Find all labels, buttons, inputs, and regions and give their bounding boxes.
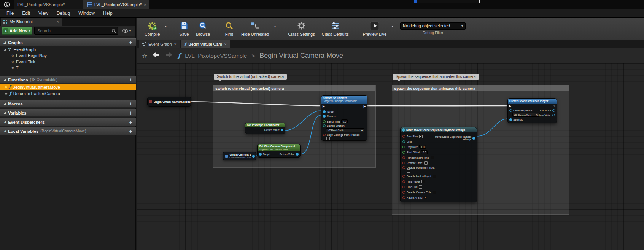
expand-arrow-icon[interactable]: ◢ — [3, 102, 6, 105]
add-graph-button[interactable]: + — [129, 40, 132, 45]
disable-look-at-input-checkbox[interactable] — [433, 175, 436, 178]
pin-return-value[interactable]: Return Value — [536, 114, 555, 116]
blend-function-dropdown[interactable]: VTBlend Cubic ▾ — [326, 128, 364, 132]
browse-button[interactable]: Browse — [192, 20, 213, 37]
pin-target[interactable]: Target — [259, 153, 270, 156]
menu-file[interactable]: File — [2, 11, 18, 16]
expand-arrow-icon[interactable]: ◢ — [3, 41, 6, 44]
expand-arrow-icon[interactable]: ◢ — [3, 120, 6, 124]
bool-pin[interactable] — [402, 196, 405, 199]
hide-hud-checkbox[interactable] — [419, 185, 422, 189]
exec-out-pin[interactable]: ▶ — [364, 105, 366, 108]
bool-pin[interactable] — [402, 156, 405, 159]
forward-button[interactable] — [165, 51, 173, 60]
pin-output-settings[interactable]: Movie Scene Sequence Playback Settings — [433, 135, 475, 141]
menu-view[interactable]: View — [34, 11, 52, 16]
play-rate-value[interactable]: 1.0 — [419, 145, 426, 149]
comment-title[interactable]: Switch to the virtual (untracked) camera — [213, 85, 375, 91]
close-icon[interactable]: × — [57, 20, 59, 24]
my-blueprint-tab[interactable]: My Blueprint × — [1, 18, 62, 26]
node-get-pixotope-coordinator[interactable]: Get Pixotope Coordinator Return Value — [245, 123, 285, 134]
section-graphs[interactable]: ◢ Graphs + — [0, 38, 136, 46]
pin-out-actor[interactable]: Out Actor — [540, 109, 555, 112]
object-pin[interactable] — [252, 155, 255, 158]
expand-arrow-icon[interactable]: ◢ — [3, 111, 6, 115]
find-button[interactable]: Find — [221, 20, 238, 37]
blend-time-value[interactable]: 0.0 — [341, 119, 348, 123]
pin-blend-function[interactable]: Blend Function — [323, 124, 345, 127]
class-settings-button[interactable]: Class Settings — [285, 20, 318, 37]
bool-pin[interactable] — [323, 134, 326, 136]
object-pin[interactable] — [552, 109, 555, 112]
node-get-cine-camera-component[interactable]: Get Cine Camera Component Target is Cine… — [257, 144, 301, 158]
node-make-playback-settings[interactable]: Make MovieSceneSequencePlaybackSettings … — [400, 127, 477, 202]
enum-pin[interactable] — [402, 140, 405, 143]
struct-pin[interactable] — [509, 118, 512, 121]
function-item-returntotrackedcamera[interactable]: ★ ƒ ReturnToTrackedCamera — [0, 90, 136, 97]
tree-item-event-tick[interactable]: ◇ Event Tick — [0, 59, 136, 65]
exec-in-pin[interactable]: ▶ — [323, 105, 325, 108]
menu-debug[interactable]: Debug — [52, 11, 74, 16]
bool-pin[interactable] — [402, 191, 405, 194]
comment-title[interactable]: Spawn the sequence that animates this ca… — [392, 85, 569, 91]
pin-return-value[interactable]: Return Value — [264, 129, 283, 131]
exec-out-pin[interactable]: ▶ — [188, 100, 190, 104]
float-pin[interactable] — [402, 146, 405, 148]
object-pin[interactable] — [509, 109, 512, 112]
struct-pin[interactable] — [472, 137, 475, 140]
tab-begin-virtual-cam[interactable]: ƒ Begin Virtual Cam × — [181, 40, 230, 48]
tree-item-eventgraph[interactable]: ◢ EventGraph — [0, 46, 136, 53]
debug-object-dropdown[interactable]: No debug object selected ▾ — [400, 22, 466, 30]
section-macros[interactable]: ◢ Macros + — [0, 100, 136, 108]
bool-pin[interactable] — [402, 135, 405, 138]
restore-state-checkbox[interactable] — [424, 161, 428, 165]
hide-player-checkbox[interactable] — [421, 180, 425, 183]
preview-live-chevron-icon[interactable]: ▾ — [390, 25, 395, 28]
close-icon[interactable]: × — [174, 42, 177, 46]
copy-settings-checkbox[interactable] — [326, 137, 330, 140]
add-new-button[interactable]: + Add New ▾ — [2, 27, 32, 35]
close-icon[interactable]: × — [144, 3, 146, 7]
node-virtualcamera-variable[interactable]: VirtualCamera 1 From Persistent Level — [223, 152, 256, 160]
auto-play-checkbox[interactable] — [419, 135, 423, 138]
disable-movement-input-checkbox[interactable] — [407, 169, 410, 173]
search-input[interactable] — [34, 27, 118, 35]
add-macro-button[interactable]: + — [129, 101, 132, 107]
class-defaults-button[interactable]: Class Defaults — [318, 20, 352, 37]
pin-return-value[interactable]: Return Value — [280, 153, 299, 156]
view-options-button[interactable]: ▾ — [120, 27, 134, 35]
pin-blend-time[interactable]: Blend Time 0.0 — [323, 119, 348, 123]
bool-pin[interactable] — [402, 186, 405, 188]
bool-pin[interactable] — [402, 180, 405, 183]
tree-item-t[interactable]: ◈ T — [0, 65, 136, 71]
hide-unrelated-chevron-icon[interactable]: ▾ — [272, 25, 277, 28]
compile-options-chevron-icon[interactable]: ▾ — [163, 25, 168, 28]
float-pin[interactable] — [402, 151, 405, 154]
node-begin-virtual-camera-move[interactable]: Begin Virtual Camera Move ▶ — [147, 97, 191, 107]
hide-unrelated-button[interactable]: Hide Unrelated — [238, 20, 272, 37]
section-variables[interactable]: ◢ Variables + — [0, 109, 136, 117]
section-event-dispatchers[interactable]: ◢ Event Dispatchers + — [0, 118, 136, 126]
object-pin[interactable] — [552, 114, 555, 116]
tree-item-event-beginplay[interactable]: ◇ Event BeginPlay — [0, 53, 136, 59]
menu-help[interactable]: Help — [99, 11, 117, 16]
favorite-star-icon[interactable]: ☆ — [142, 52, 147, 59]
window-tab-blueprint[interactable]: LVL_PixotopeVSSample* × — [83, 0, 149, 9]
tab-event-graph[interactable]: Event Graph × — [139, 40, 180, 48]
object-pin[interactable] — [296, 153, 299, 156]
pin-level-sequence[interactable]: Level Sequence — [509, 109, 532, 112]
add-function-button[interactable]: + — [129, 77, 132, 83]
add-local-variable-button[interactable]: + — [129, 129, 132, 134]
float-pin[interactable] — [323, 120, 326, 123]
add-variable-button[interactable]: + — [129, 110, 132, 116]
random-start-time-checkbox[interactable] — [431, 156, 434, 159]
bool-pin[interactable] — [402, 175, 405, 178]
save-button[interactable]: Save — [175, 20, 192, 37]
pin-copy-settings[interactable]: Copy Settings from Tracked — [323, 134, 359, 136]
preview-live-button[interactable]: Preview Live — [359, 20, 390, 37]
section-local-variables[interactable]: ◢ Local Variables (BeginVirtualCameraMov… — [0, 127, 136, 135]
exec-in-pin[interactable]: ▶ — [509, 105, 511, 108]
node-switch-to-camera[interactable]: Switch to Camera Target is Pixotope Coor… — [321, 95, 367, 141]
bool-pin[interactable] — [402, 166, 405, 169]
start-offset-value[interactable]: 0.0 — [421, 150, 428, 154]
